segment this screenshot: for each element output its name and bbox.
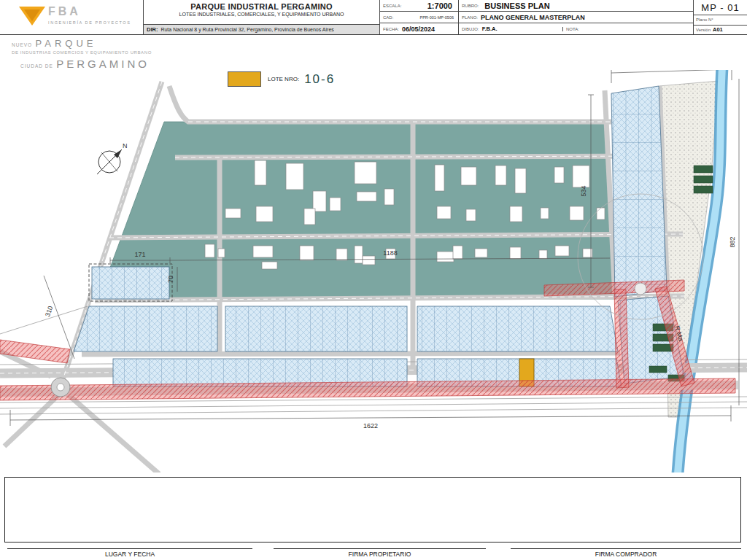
cad-value: PPR-001-MP-0506 bbox=[420, 15, 454, 20]
meta-cell: ESCALA: 1:7000 CAD: PPR-001-MP-0506 FECH… bbox=[379, 0, 458, 34]
industrial-area bbox=[98, 122, 617, 299]
escala-label: ESCALA: bbox=[383, 4, 401, 8]
title-block: FBA INGENIERÍA DE PROYECTOS PARQUE INDUS… bbox=[0, 0, 747, 35]
park-branding: NUEVO PARQUE DE INDUSTRIAS COMERCIOS Y E… bbox=[12, 36, 152, 71]
branding-ciudad-de: CIUDAD DE bbox=[20, 63, 53, 69]
escala-value: 1:7000 bbox=[427, 1, 452, 10]
nota-cell: NOTA: bbox=[562, 27, 693, 31]
sheet-number-label: Plano N° bbox=[696, 18, 713, 22]
signature-label: FIRMA PROPIETARIO bbox=[349, 551, 411, 558]
brand-name: FBA bbox=[48, 5, 131, 18]
branding-nuevo: NUEVO bbox=[12, 42, 32, 47]
mini-roundabout bbox=[635, 283, 646, 295]
sheet-code: MP - 01 bbox=[694, 0, 747, 15]
info-cell: RUBRO: BUSINESS PLAN PLANO: PLANO GENERA… bbox=[458, 0, 693, 34]
dim-1188: 1188 bbox=[383, 249, 397, 257]
north-label: N bbox=[123, 142, 128, 149]
rubro-label: RUBRO: bbox=[462, 4, 479, 8]
signature-line-firma-propietario: FIRMA PROPIETARIO bbox=[274, 548, 486, 558]
escala-row: ESCALA: 1:7000 bbox=[380, 0, 458, 11]
sheet-version-row: Versión A01 bbox=[694, 25, 747, 35]
roundabout-center bbox=[57, 384, 64, 391]
dir-value: Ruta Nacional 8 y Ruta Provincial 32, Pe… bbox=[160, 27, 333, 32]
project-title: PARQUE INDUSTRIAL PERGAMINO bbox=[144, 0, 379, 11]
cad-label: CAD: bbox=[383, 15, 393, 20]
project-subtitle: LOTES INDUSTRIALES, COMERCIALES, Y EQUIP… bbox=[144, 12, 379, 17]
nota-label: NOTA: bbox=[566, 27, 579, 31]
signature-line-lugar-y-fecha: LUGAR Y FECHA bbox=[7, 548, 252, 558]
dir-label: DIR: bbox=[147, 26, 158, 33]
brand-tagline: INGENIERÍA DE PROYECTOS bbox=[48, 20, 131, 25]
company-logo: FBA INGENIERÍA DE PROYECTOS bbox=[0, 0, 143, 34]
signature-label: LUGAR Y FECHA bbox=[105, 551, 155, 558]
dim-1622: 1622 bbox=[363, 422, 378, 429]
dim-171: 171 bbox=[134, 251, 145, 258]
masterplan-drawing: N 385 534 882 310 171 70 1188 1622 R.Ma bbox=[0, 70, 747, 472]
signature-line-firma-comprador: FIRMA COMPRADOR bbox=[511, 548, 741, 558]
version-label: Versión bbox=[696, 28, 711, 32]
sheet-number-row: Plano N° bbox=[694, 15, 747, 25]
project-address-row: DIR: Ruta Nacional 8 y Ruta Provincial 3… bbox=[144, 24, 379, 34]
lot-color-swatch bbox=[228, 71, 261, 87]
legend-label: LOTE NRO: bbox=[268, 76, 299, 82]
dim-534: 534 bbox=[580, 185, 587, 196]
sheet-cell: MP - 01 Plano N° Versión A01 bbox=[693, 0, 747, 34]
dim-882: 882 bbox=[729, 236, 736, 247]
dim-70: 70 bbox=[167, 276, 174, 283]
dibujo-value: F.B.A. bbox=[482, 26, 498, 32]
version-value: A01 bbox=[713, 26, 723, 33]
dibujo-label: DIBUJO: bbox=[462, 27, 479, 31]
plano-label: PLANO: bbox=[462, 15, 478, 20]
plano-value: PLANO GENERAL MASTERPLAN bbox=[481, 14, 585, 21]
rubro-row: RUBRO: BUSINESS PLAN bbox=[459, 0, 693, 11]
fecha-value: 06/05/2024 bbox=[402, 26, 435, 33]
plano-row: PLANO: PLANO GENERAL MASTERPLAN bbox=[459, 11, 693, 23]
signature-box bbox=[4, 477, 741, 542]
project-cell: PARQUE INDUSTRIAL PERGAMINO LOTES INDUST… bbox=[143, 0, 379, 34]
rubro-value: BUSINESS PLAN bbox=[484, 1, 549, 10]
signature-label: FIRMA COMPRADOR bbox=[595, 551, 657, 558]
fba-logo-icon bbox=[18, 4, 47, 28]
legend: LOTE NRO: 10-6 bbox=[228, 71, 335, 87]
branding-parque: PARQUE bbox=[36, 38, 97, 49]
branding-pergamino: PERGAMINO bbox=[56, 58, 150, 70]
fecha-row: FECHA: 06/05/2024 bbox=[380, 23, 458, 34]
cad-row: CAD: PPR-001-MP-0506 bbox=[380, 11, 458, 23]
branding-line2: DE INDUSTRIAS COMERCIOS Y EQUIPAMIENTO U… bbox=[12, 50, 152, 55]
fecha-label: FECHA: bbox=[383, 27, 399, 31]
north-arrow: N bbox=[97, 142, 128, 174]
legend-lot-number: 10-6 bbox=[304, 72, 335, 87]
dim-310: 310 bbox=[44, 305, 55, 318]
dibujo-cell: DIBUJO: F.B.A. bbox=[459, 26, 560, 32]
dibujo-nota-row: DIBUJO: F.B.A. NOTA: bbox=[459, 23, 693, 34]
